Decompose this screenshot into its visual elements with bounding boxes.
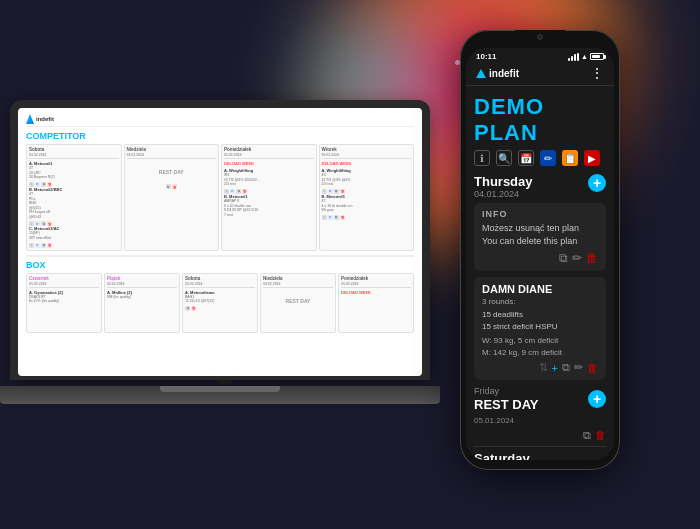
edit-plan-icon[interactable]: ✏ xyxy=(540,150,556,166)
battery-icon xyxy=(590,53,604,60)
delete-icon-n[interactable]: 🗑 xyxy=(172,184,177,189)
thursday-name: Thursday xyxy=(474,174,533,189)
box-section: BOX Czwartek 01.02.2024 A. Gymnastics (Z… xyxy=(26,255,414,333)
info-icon[interactable]: ℹ xyxy=(474,150,490,166)
damn-diane-card: DAMN DIANE 3 rounds: 15 deadlifts 15 str… xyxy=(474,277,606,380)
copy-icon-bs[interactable]: ⧉ xyxy=(185,306,190,311)
sobota-c-icons: ↕ ✏ ⧉ 🗑 xyxy=(29,243,119,248)
delete-icon-wb[interactable]: 🗑 xyxy=(340,215,345,220)
box-day-czwartek: Czwartek 01.02.2024 A. Gymnastics (Z) DE… xyxy=(26,273,102,333)
day-poniedzialek-header: Poniedziałek 05.02.2024 xyxy=(224,147,314,159)
info-box: INFO Możesz usunąć ten plan You can dele… xyxy=(474,203,606,271)
info-edit-icon[interactable]: ✏ xyxy=(572,251,582,265)
laptop-logo: indefit xyxy=(26,114,54,124)
day-col-wtorek: Wtorek 06.02.2024 DELOAD WEEK A. Weightl… xyxy=(319,144,415,251)
phone: 10:11 ▲ ind xyxy=(460,30,620,470)
info-copy-icon[interactable]: ⧉ xyxy=(559,251,568,265)
competitor-week-grid: Sobota 03.02.2024 A. Metcon#1 4T 10 LRC … xyxy=(26,144,414,251)
info-delete-icon[interactable]: 🗑 xyxy=(586,251,598,265)
box-piatek-header: Piątek 02.02.2024 xyxy=(107,276,177,288)
niedziela-icons: ⧉ 🗑 xyxy=(127,184,217,189)
info-action-icons: ⧉ ✏ 🗑 xyxy=(482,251,598,265)
day-wtorek-header: Wtorek 06.02.2024 xyxy=(322,147,412,159)
box-week-grid: Czwartek 01.02.2024 A. Gymnastics (Z) DE… xyxy=(26,273,414,333)
card-edit-icon[interactable]: ✏ xyxy=(574,361,583,374)
move-icon-c[interactable]: ↕ xyxy=(29,243,34,248)
niedziela-rest: REST DAY xyxy=(127,161,217,183)
card-arrows-icon[interactable]: ⇅ xyxy=(539,361,548,374)
day-col-niedziela: Niedziela 04.02.2024 REST DAY ⧉ 🗑 xyxy=(124,144,220,251)
laptop-base xyxy=(0,386,440,404)
box-day-sobota: Sobota 03.02.2024 A. Metcon/team BAH1 15… xyxy=(182,273,258,333)
laptop-screen-inner: indefit COMPETITOR Sobota 03.02.2024 A. … xyxy=(18,108,422,376)
wifi-icon: ▲ xyxy=(581,53,588,60)
rest-day-actions: ⧉ 🗑 xyxy=(474,429,606,442)
box-sobota-header: Sobota 03.02.2024 xyxy=(185,276,255,288)
move-icon-wb[interactable]: ↕ xyxy=(322,215,327,220)
status-time: 10:11 xyxy=(476,52,496,61)
workout-b-metcon2bbc: B. Metcon#2/BBC 4T PCs BNO @3(15) PH lun… xyxy=(29,187,119,219)
phone-notch xyxy=(515,30,565,44)
laptop-app-name: indefit xyxy=(36,116,54,122)
box-sobota-icons: ⧉ 🗑 xyxy=(185,306,255,311)
poniedzialek-workout-a: A. Weightlifting SN 15 Tl2 @4% 15/2/2/2…… xyxy=(224,168,314,187)
edit-icon-wb[interactable]: ✏ xyxy=(328,215,333,220)
box-poniedzialek-header: Poniedziałek 05.02.2024 xyxy=(341,276,411,288)
play-icon[interactable]: ▶ xyxy=(584,150,600,166)
thursday-header: Thursday 04.01.2024 + xyxy=(474,174,606,199)
rest-day-friday-row: Friday REST DAY + xyxy=(474,386,606,412)
rest-day-label: REST DAY xyxy=(474,397,539,412)
search-plan-icon[interactable]: 🔍 xyxy=(496,150,512,166)
info-label: INFO xyxy=(482,209,598,219)
women-stats: W: 93 kg, 5 cm deficit xyxy=(482,336,598,345)
calendar-icon[interactable]: 📅 xyxy=(518,150,534,166)
laptop: indefit COMPETITOR Sobota 03.02.2024 A. … xyxy=(10,100,440,440)
saturday-header: Saturday xyxy=(474,446,606,460)
workout-a-metcon1: A. Metcon#1 4T 10 LRC 30 Burpees R(2) xyxy=(29,161,119,180)
day-sobota-header: Sobota 03.02.2024 xyxy=(29,147,119,159)
copy-icon-n[interactable]: ⧉ xyxy=(166,184,171,189)
day-col-sobota: Sobota 03.02.2024 A. Metcon#1 4T 10 LRC … xyxy=(26,144,122,251)
phone-app-name: indefit xyxy=(489,68,519,79)
phone-app-header: indefit ⋮ xyxy=(466,63,614,86)
rest-delete-icon[interactable]: 🗑 xyxy=(595,429,606,442)
add-day-button[interactable]: + xyxy=(588,174,606,192)
wtorek-workout-b: B. Metcon#1 4T 4 x 10 th double run Wt g… xyxy=(322,194,412,213)
app-logo-icon xyxy=(476,69,486,78)
phone-screen: 10:11 ▲ ind xyxy=(466,48,614,460)
laptop-screen: indefit COMPETITOR Sobota 03.02.2024 A. … xyxy=(10,100,430,380)
damn-diane-actions: ⇅ + ⧉ ✏ 🗑 xyxy=(482,361,598,374)
clipboard-icon[interactable]: 📋 xyxy=(562,150,578,166)
signal-icon xyxy=(568,53,579,61)
box-day-niedziela: Niedziela 04.02.2024 REST DAY xyxy=(260,273,336,333)
menu-dots-icon[interactable]: ⋮ xyxy=(590,65,604,81)
friday-date: 05.01.2024 xyxy=(474,416,606,425)
card-add-icon[interactable]: + xyxy=(552,362,558,374)
copy-icon-wb[interactable]: ⧉ xyxy=(334,215,339,220)
box-deload: DELOAD WEEK xyxy=(341,290,411,295)
delete-icon-bs[interactable]: 🗑 xyxy=(191,306,196,311)
box-czwartek-header: Czwartek 01.02.2024 xyxy=(29,276,99,288)
hspu-line: 15 strict deficit HSPU xyxy=(482,321,598,333)
damn-diane-title: DAMN DIANE xyxy=(482,283,598,295)
poniedzialek-workout-b: B. Metcon#1 AMRAP 8 6 x 10 shuttle run 9… xyxy=(224,194,314,217)
saturday-name: Saturday xyxy=(474,451,530,460)
copy-icon-c[interactable]: ⧉ xyxy=(41,243,46,248)
phone-content: DEMO PLAN ℹ 🔍 📅 ✏ 📋 ▶ Thursday 04.01.202… xyxy=(466,86,614,460)
card-copy-icon[interactable]: ⧉ xyxy=(562,361,570,374)
rest-copy-icon[interactable]: ⧉ xyxy=(583,429,591,442)
status-bar: 10:11 ▲ xyxy=(466,48,614,63)
box-niedziela-header: Niedziela 04.02.2024 xyxy=(263,276,333,288)
laptop-notch xyxy=(218,380,232,384)
phone-outer: 10:11 ▲ ind xyxy=(460,30,620,470)
info-text-2: You can delete this plan xyxy=(482,235,598,248)
workout-c-metcon3ac: C. Metcon#3/AC 15(NF) 30T new effort xyxy=(29,226,119,240)
deload-label-2: DELOAD WEEK xyxy=(322,161,412,166)
box-niedziela-rest: REST DAY xyxy=(263,290,333,312)
delete-icon-c[interactable]: 🗑 xyxy=(47,243,52,248)
day-col-poniedzialek: Poniedziałek 05.02.2024 DELOAD WEEK A. W… xyxy=(221,144,317,251)
thursday-date: 04.01.2024 xyxy=(474,189,533,199)
card-delete-icon[interactable]: 🗑 xyxy=(587,362,598,374)
add-friday-button[interactable]: + xyxy=(588,390,606,408)
edit-icon-c[interactable]: ✏ xyxy=(35,243,40,248)
